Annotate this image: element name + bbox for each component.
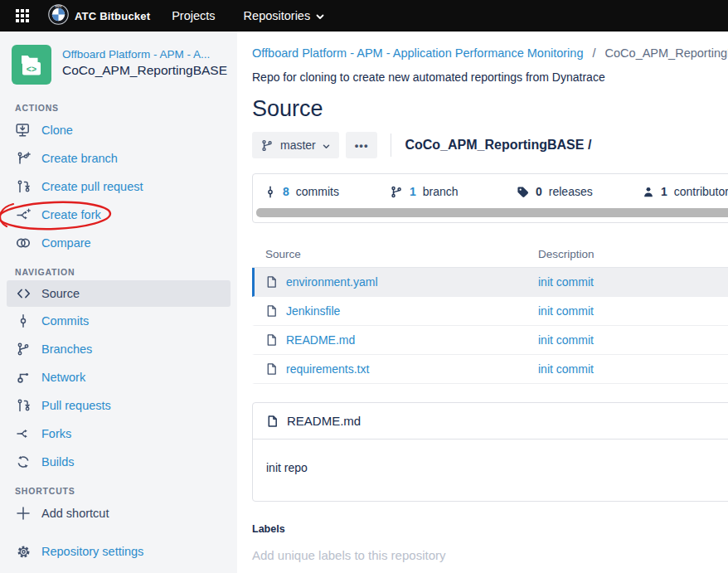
action-create-pull-request[interactable]: Create pull request [0,172,237,201]
sidebar-item-pull-requests[interactable]: Pull requests [0,391,237,420]
file-icon [265,275,278,289]
sidebar-item-source[interactable]: Source [7,280,231,307]
action-create-fork[interactable]: Create fork [0,201,237,229]
column-header-description: Description [538,248,728,260]
tag-icon [517,186,529,198]
branch-icon [15,342,32,356]
chevron-down-icon [316,9,324,22]
nav-projects[interactable]: Projects [165,9,221,22]
gear-icon [15,545,32,559]
action-create-branch[interactable]: Create branch [0,144,237,172]
commit-message-link[interactable]: init commit [538,362,728,376]
branch-name: master [280,138,316,152]
table-row-readme-md[interactable]: README.md init commit [252,326,728,355]
app-title: ATC Bitbucket [75,10,150,22]
labels-section: Labels Add unique labels to this reposit… [252,523,728,562]
stat-commits[interactable]: 8 commits [265,185,391,198]
stat-value: 1 [410,185,416,198]
fork-icon [15,208,32,221]
readme-panel: README.md init repo [252,402,728,502]
file-link[interactable]: environment.yaml [286,275,378,289]
sidebar-repo-name[interactable]: CoCo_APM_ReportingBASE [62,63,227,78]
stat-releases[interactable]: 0 releases [517,185,643,198]
builds-refresh-icon [15,455,32,469]
sidebar-item-builds[interactable]: Builds [0,448,237,476]
stat-branches[interactable]: 1 branch [391,185,517,198]
top-navbar: BMW ATC Bitbucket Projects Repositories [0,0,728,32]
repo-header: <> Offboard Platform - APM - A... CoCo_A… [0,32,237,93]
file-link[interactable]: Jenkinsfile [286,304,340,318]
commit-message-link[interactable]: init commit [538,275,728,289]
breadcrumb-project-link[interactable]: Offboard Platform - APM - Application Pe… [252,46,583,60]
branch-icon [261,139,274,152]
stat-label: contributor [674,185,728,198]
sidebar-project-link[interactable]: Offboard Platform - APM - A... [62,48,225,61]
nav-label: Pull requests [41,399,111,412]
column-header-source: Source [252,248,538,260]
bmw-logo-icon: BMW [48,4,69,28]
nav-label: Network [41,371,85,384]
file-table-header: Source Description [252,248,728,268]
pull-request-icon [15,399,32,412]
nav-repositories[interactable]: Repositories [237,9,332,22]
navigation-section-title: NAVIGATION [0,257,237,280]
repository-settings-button[interactable]: Repository settings [0,537,237,566]
sidebar-item-commits[interactable]: Commits [0,307,237,335]
app-switcher-grid-icon[interactable] [12,5,33,27]
labels-input-placeholder[interactable]: Add unique labels to this repository [252,548,728,562]
sidebar-item-forks[interactable]: Forks [0,420,237,448]
table-row-jenkinsfile[interactable]: Jenkinsfile init commit [252,297,728,326]
horizontal-scrollbar[interactable] [256,208,728,217]
sidebar: <> Offboard Platform - APM - A... CoCo_A… [0,32,237,573]
home-brand[interactable]: BMW ATC Bitbucket [48,4,150,28]
stat-contributors[interactable]: 1 contributor [643,185,728,198]
action-label: Create fork [41,208,101,221]
nav-label: Commits [41,314,89,328]
sidebar-item-branches[interactable]: Branches [0,335,237,363]
svg-text:<>: <> [27,64,36,74]
readme-content: init repo [253,439,728,501]
pull-request-icon [15,180,32,193]
person-icon [643,186,654,198]
settings-label: Repository settings [41,545,143,558]
main-content: Offboard Platform - APM - Application Pe… [237,32,728,573]
action-label: Clone [41,124,73,137]
stat-value: 1 [661,185,667,198]
page-title: Source [252,96,728,122]
stat-value: 8 [283,185,289,198]
commit-message-link[interactable]: init commit [538,304,728,318]
file-icon [265,362,278,376]
stat-label: branch [423,185,459,198]
table-row-environment-yaml[interactable]: environment.yaml init commit [252,268,728,297]
more-actions-button[interactable]: ••• [346,132,378,158]
stat-label: releases [549,185,593,198]
add-shortcut-button[interactable]: Add shortcut [0,499,237,527]
readme-title: README.md [287,414,361,428]
file-icon [266,415,279,428]
table-row-requirements-txt[interactable]: requirements.txt init commit [252,355,728,384]
plus-icon [15,507,32,520]
repo-stats-card: 8 commits 1 branch [252,173,728,223]
action-label: Create branch [41,152,118,165]
branch-selector-button[interactable]: master [252,132,339,158]
nav-label: Forks [41,427,71,440]
breadcrumb: Offboard Platform - APM - Application Pe… [252,46,728,60]
action-compare[interactable]: Compare [0,229,237,257]
file-table: Source Description environment.yaml init… [252,248,728,384]
file-link[interactable]: requirements.txt [286,362,369,376]
current-path: CoCo_APM_ReportingBASE / [405,138,591,153]
code-icon [15,287,32,300]
source-toolbar: master ••• CoCo_APM_ReportingBASE / [252,132,728,158]
readme-header: README.md [253,403,728,439]
repo-description: Repo for cloning to create new automated… [252,70,728,84]
sidebar-item-network[interactable]: Network [0,363,237,391]
action-label: Create pull request [41,180,143,193]
repo-avatar-icon: <> [12,45,51,85]
network-icon [15,371,32,384]
shortcuts-section-title: SHORTCUTS [0,476,237,499]
shortcut-label: Add shortcut [41,507,109,520]
nav-label: Builds [41,455,75,469]
commit-message-link[interactable]: init commit [538,333,728,347]
action-clone[interactable]: Clone [0,116,237,144]
file-link[interactable]: README.md [286,333,355,347]
